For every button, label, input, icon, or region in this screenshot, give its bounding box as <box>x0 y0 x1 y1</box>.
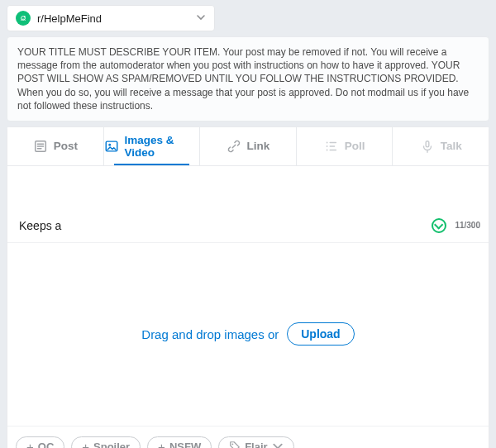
highlight-box <box>7 166 127 209</box>
media-dropzone[interactable]: Drag and drop images or Upload <box>7 243 489 427</box>
tag-nsfw-label: NSFW <box>169 441 201 448</box>
tag-flair[interactable]: Flair <box>218 436 293 448</box>
tab-talk: Talk <box>393 127 489 165</box>
tab-link-label: Link <box>247 140 270 152</box>
tab-post[interactable]: Post <box>7 127 104 165</box>
tag-row: + OC + Spoiler + NSFW Flair <box>7 427 489 448</box>
community-avatar <box>16 11 31 26</box>
tab-talk-label: Talk <box>441 140 462 152</box>
mic-icon <box>420 139 435 154</box>
svg-rect-9 <box>426 141 429 147</box>
tab-post-label: Post <box>54 140 78 152</box>
tab-poll-label: Poll <box>345 140 365 152</box>
svg-point-5 <box>108 144 111 146</box>
title-input[interactable] <box>16 212 423 239</box>
image-icon <box>104 139 119 154</box>
tag-nsfw[interactable]: + NSFW <box>147 436 212 448</box>
chevron-down-icon <box>196 11 206 26</box>
tag-spoiler-label: Spoiler <box>93 441 130 448</box>
svg-point-7 <box>326 145 327 147</box>
tag-oc[interactable]: + OC <box>16 436 64 448</box>
upload-button[interactable]: Upload <box>287 322 354 346</box>
tab-images-label: Images & Video <box>125 134 200 159</box>
dropzone-text: Drag and drop images or <box>141 327 279 341</box>
tab-poll: Poll <box>297 127 393 165</box>
svg-point-0 <box>19 14 28 23</box>
tag-flair-label: Flair <box>245 441 267 448</box>
tag-oc-label: OC <box>38 441 55 448</box>
community-selector[interactable]: r/HelpMeFind <box>7 5 215 31</box>
plus-icon: + <box>26 441 34 448</box>
community-name: r/HelpMeFind <box>37 12 189 25</box>
plus-icon: + <box>82 441 89 448</box>
grammarly-icon[interactable] <box>432 218 446 233</box>
tag-spoiler[interactable]: + Spoiler <box>71 436 141 448</box>
svg-point-10 <box>232 444 234 446</box>
rules-banner: YOUR TITLE MUST DESCRIBE YOUR ITEM. Your… <box>7 36 489 122</box>
title-counter: 11/300 <box>455 221 480 230</box>
tab-link[interactable]: Link <box>200 127 297 165</box>
tab-images-video[interactable]: Images & Video <box>104 127 201 165</box>
svg-point-6 <box>326 142 327 144</box>
tag-icon <box>229 441 241 448</box>
plus-icon: + <box>158 441 165 448</box>
chevron-down-icon <box>272 441 284 448</box>
post-type-tabs: Post Images & Video Link Poll <box>7 127 489 166</box>
link-icon <box>227 139 241 154</box>
post-icon <box>33 139 48 154</box>
poll-icon <box>324 139 339 154</box>
svg-point-8 <box>326 150 327 151</box>
post-panel: Post Images & Video Link Poll <box>7 126 489 448</box>
